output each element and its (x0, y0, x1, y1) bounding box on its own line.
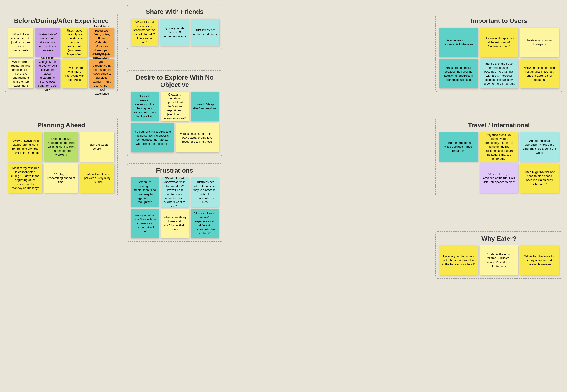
ti-row1: "I want International cities because I t… (439, 132, 559, 162)
pa-sticky-2: Does proactive research on the web while… (44, 132, 79, 162)
we-sticky-3: Yelp is bad because too many opinions an… (520, 245, 559, 275)
pa-row1: Always, always finds places later at wor… (8, 132, 114, 162)
we-row1: "Eater is good because it puts the resta… (439, 245, 559, 275)
section-why-eater: Why Eater? "Eater is good because it put… (435, 231, 563, 279)
swf-sticky-1: "What if I want to share my recommendati… (131, 19, 158, 46)
swf-sticky-2: Typically sends friends ~3 recommendatio… (160, 19, 189, 46)
fr-sticky-1: "When I'm planning my meals, there's no … (131, 177, 159, 207)
fr-sticky-2: "What if I don't know what I'm in the mo… (161, 177, 189, 207)
itu-sticky-2: "I like when blogs cover different types… (480, 28, 518, 57)
section-travel-international: Travel / International "I want Internati… (435, 118, 563, 196)
dte-sticky-2: Creates a location spreadsheet that's mo… (161, 92, 189, 121)
ti-row2: "When I travel, in advance of the trip, … (439, 163, 559, 193)
bda-sticky-1: Would like a section/area to jot down no… (8, 28, 33, 57)
section-frustrations: Frustrations "When I'm planning my meals… (127, 163, 222, 242)
bda-sticky-6: User uses Google Maps to set her own pin… (35, 59, 60, 88)
section-desire-explore: Desire to Explore With No Objective "I l… (127, 70, 222, 156)
pa-sticky-5: "I'm big on researching ahead of time" (44, 163, 79, 193)
section-pa-title: Planning Ahead (8, 122, 114, 129)
itu-sticky-6: Knows much of the local restaurants in L… (520, 59, 559, 88)
bda-sticky-8: Food diary or place to write your experi… (89, 59, 114, 88)
section-bda-title: Before/During/After Experience (8, 17, 114, 25)
fr-row2: "Annoying when I don't know how expensiv… (131, 209, 219, 238)
section-share-with-friends: Share With Friends "What if I want to sh… (127, 4, 222, 49)
fr-sticky-3: Frustrates her when there's no way to sa… (191, 177, 219, 207)
pa-sticky-1: Always, always finds places later at wor… (8, 132, 42, 162)
itu-sticky-4: Maps are so helpful because they provide… (439, 59, 478, 88)
dte-sticky-1: "I love to research aimlessly. I like ha… (131, 92, 159, 121)
itu-sticky-1: Likes to keep up on restaurants in the a… (439, 28, 478, 57)
we-sticky-2: "Eater is the most reliable" - Trusted -… (480, 245, 518, 275)
fr-row1: "When I'm planning my meals, there's no … (131, 177, 219, 207)
swf-sticky-3: I trust my friends' recommendations (191, 19, 219, 46)
pa-sticky-4: "Most of my research is concentrated dur… (8, 163, 42, 193)
dte-sticky-4: "It's both clicking around and finding s… (131, 123, 174, 153)
fr-sticky-4: "Annoying when I don't know how expensiv… (131, 209, 159, 238)
section-swf-title: Share With Friends (131, 8, 219, 15)
section-we-title: Why Eater? (439, 235, 559, 242)
ti-sticky-2: "My trips aren't just driven by food com… (480, 132, 518, 162)
ti-sticky-3: An International approach --> exploring … (520, 132, 559, 162)
bda-sticky-3: Uses native notes App to save ideas for … (62, 28, 87, 57)
bda-sticky-2: Makes lists of restaurants she wants to … (35, 28, 60, 57)
fr-sticky-6: "How can I know others' experiences at d… (191, 209, 219, 238)
section-itu-title: Important to Users (439, 17, 559, 25)
section-fr-title: Frustrations (131, 167, 219, 174)
swf-grid: "What if I want to share my recommendati… (131, 19, 219, 46)
ti-sticky-6: "I'm a huge traveler and need to plan ah… (520, 163, 559, 193)
ti-sticky-1: "I want International cities because I t… (439, 132, 478, 162)
ti-sticky-blank (439, 163, 478, 193)
dte-row1: "I love to research aimlessly. I like ha… (131, 92, 219, 121)
bda-sticky-5: When I like a restaurant and choose to g… (8, 59, 33, 88)
itu-row1: Likes to keep up on restaurants in the a… (439, 28, 559, 57)
pa-row2: "Most of my research is concentrated dur… (8, 163, 114, 193)
section-ti-title: Travel / International (439, 122, 559, 129)
section-important-to-users: Important to Users Likes to keep up on r… (435, 14, 563, 92)
fr-sticky-5: When something closes and I don't know t… (161, 209, 189, 238)
dte-row2: "It's both clicking around and finding s… (131, 123, 219, 153)
we-sticky-1: "Eater is good because it puts the resta… (439, 245, 478, 275)
ti-sticky-5: "When I travel, in advance of the trip, … (480, 163, 518, 193)
bda-sticky-7: "I wish there was more interacting with … (62, 59, 87, 88)
bda-row2: When I like a restaurant and choose to g… (8, 59, 114, 88)
dte-sticky-3: Likes to "deep dive" and explore (191, 92, 219, 121)
itu-sticky-3: Trusts what's hot on Instagram (520, 28, 559, 57)
pa-sticky-3: "I plan the week before" (80, 132, 114, 162)
section-planning-ahead: Planning Ahead Always, always finds plac… (4, 118, 118, 196)
itu-row2: Maps are so helpful because they provide… (439, 59, 559, 88)
section-dte-title: Desire to Explore With No Objective (131, 74, 219, 88)
itu-sticky-5: There's a change over her needs as she b… (480, 59, 518, 88)
pa-sticky-6: Eats out 4-5 times per week. Very busy u… (80, 163, 114, 193)
section-before-during-after: Before/During/After Experience Would lik… (4, 14, 118, 92)
dte-sticky-5: Values smaller, out-of-the-way places. W… (176, 123, 219, 153)
